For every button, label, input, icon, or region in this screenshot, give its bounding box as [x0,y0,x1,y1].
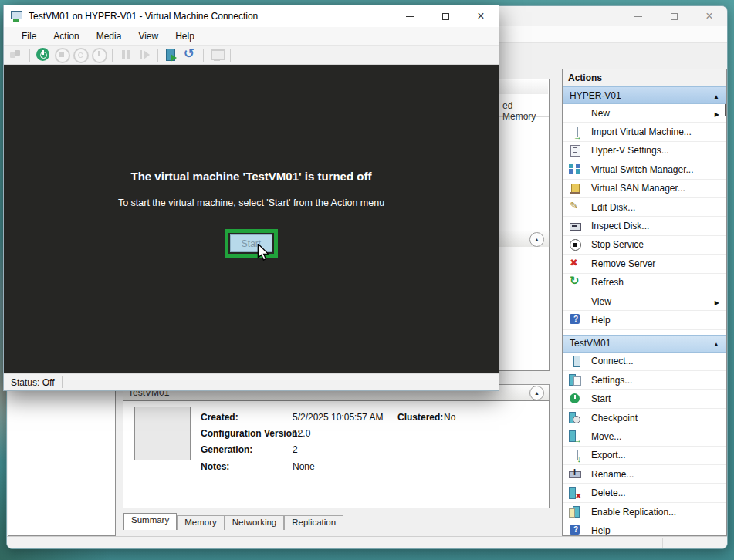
section-header-label: TestVM01 [570,338,611,349]
created-label: Created: [201,412,238,423]
move-icon [569,430,581,442]
action-item-settings[interactable]: Settings... [563,371,726,390]
vm-screen: The virtual machine 'TestVM01' is turned… [4,65,499,373]
toolbar-separator [112,49,113,62]
action-item-edit-disk[interactable]: Edit Disk... [563,198,726,217]
manager-statusbar [7,536,727,549]
action-item-move[interactable]: Move... [563,427,726,446]
tab-summary[interactable]: Summary [123,513,177,530]
action-item-inspect-disk[interactable]: Inspect Disk... [563,217,726,235]
actions-pane-title: Actions [563,69,726,86]
ctrl-alt-del-icon[interactable] [8,47,24,62]
checkpoint-icon[interactable] [164,47,179,62]
tab-replication[interactable]: Replication [284,515,343,530]
pause-icon[interactable] [118,47,134,62]
action-item-connect[interactable]: Connect... [563,353,726,371]
tab-memory[interactable]: Memory [177,515,225,530]
menu-media[interactable]: Media [88,29,130,44]
refresh-icon [569,277,581,288]
virtual-switch-icon [569,164,581,175]
vmconnect-maximize-button[interactable] [428,5,463,27]
toolbar-separator [203,49,204,62]
menu-view[interactable]: View [130,29,167,44]
action-item-enable-replication[interactable]: Enable Replication... [563,503,726,521]
vmconnect-minimize-button[interactable] [392,5,428,27]
start-icon[interactable] [36,47,51,62]
toolbar-separator [29,49,30,62]
vmconnect-toolbar [4,45,499,65]
action-item-delete[interactable]: Delete... [563,484,726,502]
action-item-virtual-san-manager[interactable]: Virtual SAN Manager... [563,180,726,198]
vmconnect-app-icon [11,11,22,22]
menu-help[interactable]: Help [167,29,203,44]
turn-off-icon[interactable] [54,47,69,62]
action-item-import-vm[interactable]: Import Virtual Machine... [563,123,726,141]
enhanced-session-icon[interactable] [209,47,225,62]
stop-service-icon [569,239,581,251]
menu-action[interactable]: Action [45,29,87,44]
action-item-view[interactable]: View [563,292,726,311]
vm-settings-icon [569,374,581,386]
start-action-icon [569,393,581,405]
save-icon[interactable] [91,47,107,62]
menu-file[interactable]: File [13,29,45,44]
clustered-label: Clustered: [397,412,443,423]
tab-networking[interactable]: Networking [225,515,285,530]
actions-section-hyperv01[interactable]: HYPER-V01 [563,86,726,104]
revert-icon[interactable] [182,47,198,62]
action-item-new[interactable]: New [563,104,726,123]
inspect-disk-icon [569,221,581,232]
close-icon [477,10,484,22]
vmconnect-window: TestVM01 on HYPER-V01 - Virtual Machine … [3,5,499,391]
collapse-arrow-icon [713,338,719,349]
close-icon [705,10,712,22]
import-vm-icon [569,127,581,138]
collapse-checkpoints-button[interactable] [529,232,544,247]
created-value: 5/2/2025 10:05:57 AM [293,412,383,423]
generation-value: 2 [293,444,298,455]
actions-section-testvm01[interactable]: TestVM01 [563,335,726,353]
virtual-san-icon [569,183,581,194]
action-item-help[interactable]: Help [563,311,726,329]
delete-icon [569,487,581,499]
shut-down-icon[interactable] [73,47,88,62]
help-icon [569,525,581,536]
vmconnect-title: TestVM01 on HYPER-V01 - Virtual Machine … [29,11,392,22]
action-item-rename[interactable]: Rename... [563,465,726,484]
actions-pane: Actions HYPER-V01 New Import Virtual Mac… [562,69,727,536]
vmconnect-close-button[interactable] [463,5,499,27]
action-item-export[interactable]: Export... [563,447,726,465]
action-item-start[interactable]: Start [563,390,726,408]
vm-off-instruction: To start the virtual machine, select 'St… [4,197,499,208]
no-icon [569,107,581,119]
toolbar-separator [230,49,231,62]
manager-minimize-button[interactable] [621,6,656,26]
action-item-stop-service[interactable]: Stop Service [563,236,726,255]
action-item-refresh[interactable]: Refresh [563,274,726,292]
submenu-arrow-icon [715,108,719,119]
column-header-assigned-memory[interactable]: ed Memory [502,100,549,122]
action-item-checkpoint[interactable]: Checkpoint [563,409,726,427]
reset-icon[interactable] [137,47,152,62]
actions-scrollbar-thumb[interactable] [725,104,727,116]
vmconnect-titlebar[interactable]: TestVM01 on HYPER-V01 - Virtual Machine … [4,5,499,27]
statusbar-divider [62,376,63,388]
action-item-hyperv-settings[interactable]: Hyper-V Settings... [563,142,726,160]
action-item-remove-server[interactable]: Remove Server [563,255,726,273]
remove-server-icon [569,258,581,269]
collapse-details-button[interactable] [529,386,544,400]
statusbar-divider [662,538,663,548]
action-item-virtual-switch-manager[interactable]: Virtual Switch Manager... [563,160,726,179]
clustered-value: No [444,412,455,423]
start-button-highlight: Start [225,229,278,258]
hyperv-settings-icon [569,145,581,157]
maximize-icon [442,13,449,20]
generation-label: Generation: [201,444,252,455]
edit-disk-icon [569,201,581,213]
vm-off-message: The virtual machine 'TestVM01' is turned… [4,65,499,183]
manager-close-button[interactable] [692,6,727,26]
manager-maximize-button[interactable] [656,6,692,26]
vm-status-text: Status: Off [11,377,54,388]
action-item-help-vm[interactable]: Help [563,521,726,536]
enable-replication-icon [569,506,581,518]
